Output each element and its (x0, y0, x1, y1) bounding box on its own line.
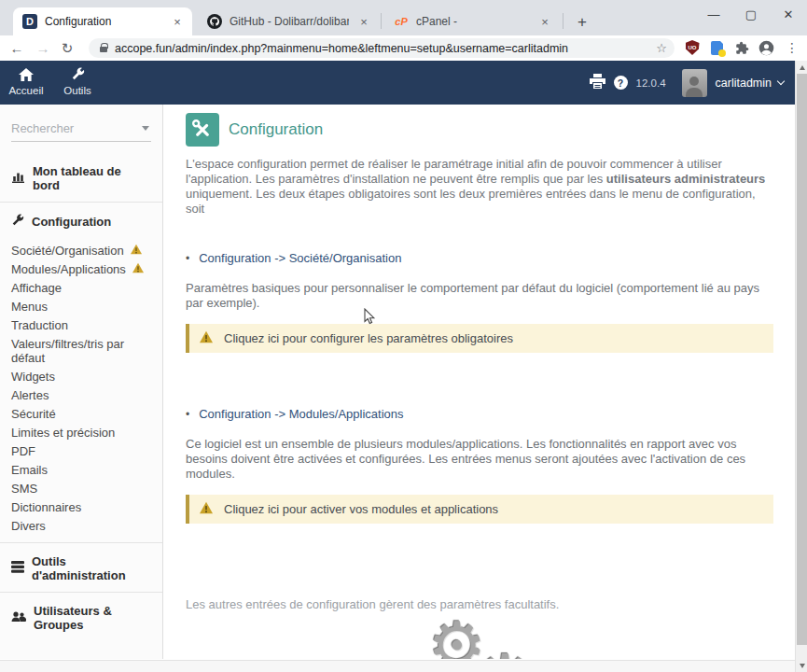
sidebar-item-traduction[interactable]: Traduction (0, 315, 162, 334)
activate-modules-warning-link[interactable]: Cliquez ici pour activer vos modules et … (186, 495, 773, 524)
tab-title: cPanel - (416, 15, 530, 28)
browser-menu-icon[interactable]: ⋮ (784, 39, 800, 56)
main-content: Configuration L'espace configuration per… (164, 105, 795, 659)
username-label: carlitadmin (716, 77, 772, 90)
sidebar-item-label: PDF (11, 444, 35, 458)
tab-title: Configuration (45, 15, 162, 28)
warning-link-label[interactable]: Cliquez ici pour activer vos modules et … (224, 502, 498, 516)
warning-icon (199, 501, 214, 517)
scrollbar-thumb[interactable] (797, 74, 807, 645)
sidebar-item-label: Outils d'administration (32, 554, 151, 582)
user-menu[interactable]: carlitadmin (716, 77, 784, 90)
sidebar-item-dictionnaires[interactable]: Dictionnaires (0, 497, 162, 516)
sidebar-item-configuration[interactable]: Configuration (0, 203, 162, 239)
configuration-tools-icon (186, 113, 219, 147)
sidebar-item-pdf[interactable]: PDF (0, 441, 162, 460)
scroll-up-arrow[interactable] (796, 61, 807, 74)
vertical-scrollbar[interactable] (795, 61, 807, 672)
page-title: Configuration (229, 120, 323, 139)
tab-title: GitHub - Dolibarr/dolibarr: Dolib (230, 15, 349, 28)
adblock-extension-icon[interactable]: UO (684, 39, 701, 56)
help-icon[interactable]: ? (614, 76, 628, 90)
cpanel-icon: cP (394, 14, 409, 29)
sidebar-item-securite[interactable]: Sécurité (0, 404, 162, 423)
home-icon (19, 65, 34, 81)
back-icon[interactable]: ← (6, 35, 28, 61)
new-tab-button[interactable]: + (571, 11, 593, 34)
print-icon[interactable] (590, 74, 605, 92)
nav-item-tools[interactable]: Outils (51, 65, 104, 96)
sidebar-item-valeurs[interactable]: Valeurs/filtres/tris par défaut (0, 334, 162, 367)
close-tab-icon[interactable]: × (356, 14, 371, 29)
tab-configuration[interactable]: D Configuration × (13, 7, 192, 35)
chevron-down-icon[interactable] (142, 126, 149, 131)
sidebar-item-emails[interactable]: Emails (0, 460, 162, 479)
warning-link-label[interactable]: Cliquez ici pour configurer les paramètr… (224, 331, 513, 345)
browser-tab-strip: D Configuration × GitHub - Dolibarr/doli… (0, 0, 807, 35)
close-tab-icon[interactable]: × (170, 14, 185, 29)
sidebar-item-label: Sécurité (11, 407, 56, 421)
address-bar[interactable]: accope.fun/admin/index.php?mainmenu=home… (89, 38, 675, 58)
configure-params-warning-link[interactable]: Cliquez ici pour configurer les paramètr… (186, 324, 773, 353)
sidebar-item-label: Limites et précision (11, 426, 115, 440)
minimize-button[interactable]: — (695, 0, 732, 28)
sidebar-item-alertes[interactable]: Alertes (0, 385, 162, 404)
tab-cpanel[interactable]: cP cPanel - × (384, 7, 560, 35)
warning-icon (199, 330, 214, 346)
bullet-link-label[interactable]: Configuration -> Société/Organisation (199, 251, 401, 265)
bookmark-star-icon[interactable]: ☆ (656, 41, 667, 55)
sidebar-item-sms[interactable]: SMS (0, 479, 162, 497)
sidebar-item-label: Divers (11, 519, 46, 533)
gears-illustration: ⚙ ⚙ (186, 619, 772, 659)
sidebar-item-label: SMS (11, 482, 37, 496)
extension-icon[interactable] (708, 39, 725, 56)
config-menu-list: Société/Organisation Modules/Application… (0, 239, 162, 542)
dolibarr-favicon: D (22, 14, 37, 29)
sidebar-item-label: Affichage (11, 281, 62, 295)
chart-icon (11, 171, 25, 186)
url-text[interactable]: accope.fun/admin/index.php?mainmenu=home… (115, 42, 650, 55)
scroll-down-arrow[interactable] (796, 659, 807, 672)
browser-toolbar: ← → ↻ accope.fun/admin/index.php?mainmen… (0, 35, 807, 61)
nav-item-home[interactable]: Accueil (0, 65, 52, 96)
sidebar-item-users-groups[interactable]: Utilisateurs & Groupes (0, 593, 162, 641)
sidebar-item-affichage[interactable]: Affichage (0, 278, 162, 297)
window-controls: — ▢ ✕ (695, 0, 807, 28)
sidebar-item-divers[interactable]: Divers (0, 516, 162, 535)
search-input[interactable]: Rechercher (11, 121, 151, 142)
maximize-button[interactable]: ▢ (732, 0, 770, 28)
reload-icon[interactable]: ↻ (56, 35, 78, 61)
tab-divider (563, 13, 564, 29)
intro-bold-text: utilisateurs administrateurs (606, 172, 766, 186)
section-description: Paramètres basiques pour personnaliser l… (186, 281, 772, 311)
sidebar-item-admin-tools[interactable]: Outils d'administration (0, 543, 162, 592)
sidebar-item-label: Dictionnaires (11, 500, 81, 514)
config-company-link[interactable]: • Configuration -> Société/Organisation (186, 251, 772, 265)
profile-avatar-icon[interactable] (758, 39, 774, 56)
sidebar-item-label: Configuration (32, 215, 111, 229)
version-label: 12.0.4 (636, 77, 666, 89)
wrench-icon (11, 214, 24, 230)
nav-item-label: Outils (63, 85, 90, 96)
config-modules-link[interactable]: • Configuration -> Modules/Applications (186, 407, 772, 421)
sidebar-item-menus[interactable]: Menus (0, 297, 162, 315)
tab-divider (381, 13, 382, 29)
forward-icon[interactable]: → (32, 35, 54, 61)
chevron-down-icon (777, 77, 785, 85)
sidebar-item-dashboard[interactable]: Mon tableau de bord (0, 153, 162, 202)
intro-paragraph: L'espace configuration permet de réalise… (186, 157, 772, 217)
tab-github[interactable]: GitHub - Dolibarr/dolibarr: Dolib × (198, 7, 379, 35)
gear-icon: ⚙ (472, 645, 539, 659)
sidebar-item-widgets[interactable]: Widgets (0, 367, 162, 385)
bullet-link-label[interactable]: Configuration -> Modules/Applications (199, 407, 403, 421)
server-icon (11, 561, 24, 576)
page-header: Configuration (186, 113, 772, 147)
sidebar-item-societe[interactable]: Société/Organisation (0, 241, 162, 259)
extensions-puzzle-icon[interactable] (733, 39, 750, 56)
close-window-button[interactable]: ✕ (770, 0, 807, 28)
section-description: Ce logiciel est un ensemble de plusieurs… (186, 437, 772, 482)
sidebar-item-limites[interactable]: Limites et précision (0, 423, 162, 441)
secure-lock-icon[interactable] (100, 47, 107, 52)
sidebar-item-modules[interactable]: Modules/Applications (0, 259, 162, 278)
close-tab-icon[interactable]: × (537, 14, 552, 29)
